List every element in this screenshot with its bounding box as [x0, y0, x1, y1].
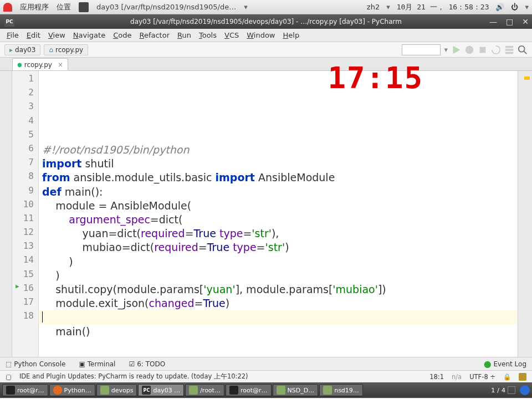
code-line[interactable]: def main():: [42, 185, 514, 199]
tab-rcopy[interactable]: ● rcopy.py ×: [12, 58, 68, 70]
breadcrumb-file[interactable]: ⌂rcopy.py: [44, 44, 88, 55]
code-line[interactable]: mubiao=dict(required=True type='str'): [42, 241, 514, 254]
workspace-pager[interactable]: 1/4: [491, 386, 515, 394]
line-gutter[interactable]: 123456789101112131415161718: [12, 71, 39, 357]
taskbar-item[interactable]: Python…: [49, 384, 95, 396]
taskbar-item-label: Python…: [64, 387, 91, 394]
menu-run[interactable]: Run: [174, 30, 195, 40]
svg-rect-3: [505, 49, 513, 51]
maximize-button[interactable]: □: [506, 17, 513, 26]
right-tool-strip[interactable]: [518, 71, 532, 357]
stop-button-icon[interactable]: [478, 45, 488, 55]
code-line[interactable]: main(): [42, 325, 514, 339]
run-config-dropdown[interactable]: [402, 44, 441, 55]
breadcrumb-folder[interactable]: ▸day03: [4, 44, 40, 55]
menu-file[interactable]: File: [3, 30, 22, 40]
status-bar: ▢ IDE and Plugin Updates: PyCharm is rea…: [0, 370, 532, 382]
code-line[interactable]: argument_spec=dict(: [42, 213, 514, 227]
code-line[interactable]: shutil.copy(module.params['yuan'], modul…: [42, 283, 514, 296]
fold-icon: [323, 386, 332, 395]
terminal-tab[interactable]: ▣Terminal: [79, 360, 115, 368]
active-window-hint: day03 [/var/ftp/nsd2019/nsd1905/de…: [96, 3, 236, 11]
taskbar-item-label: day03 …: [153, 387, 180, 394]
file-encoding[interactable]: UTF-8 ÷: [469, 373, 495, 381]
taskbar-item-label: nsd19…: [334, 387, 359, 394]
code-line[interactable]: from ansible.module_utils.basic import A…: [42, 171, 514, 185]
term-icon: [6, 386, 15, 395]
python-console-tab[interactable]: ⬚Python Console: [6, 360, 65, 368]
code-line[interactable]: yuan=dict(required=True type='str'),: [42, 227, 514, 241]
svg-rect-1: [480, 47, 486, 53]
editor-tabs: ● rcopy.py ×: [0, 58, 532, 71]
debug-button-icon[interactable]: [464, 45, 474, 55]
taskbar-item[interactable]: nsd19…: [319, 384, 363, 396]
ime-indicator[interactable]: zh2: [367, 3, 380, 11]
tab-close-icon[interactable]: ×: [54, 61, 63, 69]
bottom-tool-tabs: ⬚Python Console ▣Terminal ☑6: TODO ⬤Even…: [0, 357, 532, 370]
code-line[interactable]: ): [42, 269, 514, 283]
fold-icon: [189, 386, 198, 395]
navigation-toolbar: ▸day03 ⌂rcopy.py ▾: [0, 42, 532, 58]
fold-icon: [277, 386, 285, 395]
current-line-highlight: [39, 310, 518, 324]
left-tool-strip[interactable]: [0, 71, 12, 357]
run-button-icon[interactable]: [451, 45, 461, 55]
event-log-tab[interactable]: ⬤Event Log: [484, 360, 526, 368]
taskbar-item[interactable]: NSD_D…: [273, 384, 319, 396]
distro-icon: [3, 3, 12, 12]
system-clock[interactable]: 10月 21 一， 16：58：23: [397, 2, 489, 12]
menu-help[interactable]: Help: [280, 30, 303, 40]
caret-position[interactable]: 18:1: [429, 373, 444, 381]
pycharm-tray-icon[interactable]: [79, 2, 89, 12]
close-button[interactable]: ✕: [522, 17, 529, 26]
menu-view[interactable]: View: [45, 30, 69, 40]
menu-navigate[interactable]: Navigate: [70, 30, 109, 40]
overlay-clock: 17:15: [328, 71, 423, 85]
text-caret: [42, 311, 43, 323]
line-sep[interactable]: n/a: [452, 373, 462, 381]
svg-rect-2: [505, 45, 513, 48]
taskbar-item[interactable]: root@r…: [2, 384, 48, 396]
taskbar-item[interactable]: PCday03 …: [138, 384, 184, 396]
inspection-mark[interactable]: [524, 76, 530, 80]
status-message[interactable]: IDE and Plugin Updates: PyCharm is ready…: [19, 372, 248, 381]
editor-area: 123456789101112131415161718 17:15 #!/roo…: [0, 71, 532, 357]
taskbar-item-label: NSD_D…: [288, 387, 315, 394]
code-line[interactable]: module.exit_json(changed=True): [42, 296, 514, 310]
lock-icon[interactable]: 🔒: [503, 373, 511, 381]
svg-line-6: [524, 50, 526, 53]
taskbar-item-label: root@r…: [241, 387, 268, 394]
minimize-button[interactable]: —: [489, 17, 497, 26]
menu-code[interactable]: Code: [110, 30, 135, 40]
menu-window[interactable]: Window: [243, 30, 278, 40]
search-icon[interactable]: [518, 45, 528, 55]
code-line[interactable]: module = AnsibleModule(: [42, 199, 514, 213]
taskbar-item[interactable]: devops: [96, 384, 137, 396]
menu-tools[interactable]: Tools: [196, 30, 220, 40]
structure-button-icon[interactable]: [504, 45, 514, 55]
main-menu: FileEditViewNavigateCodeRefactorRunTools…: [0, 29, 532, 42]
apps-menu[interactable]: 应用程序: [20, 2, 49, 12]
code-line[interactable]: #!/root/nsd1905/bin/python: [42, 143, 514, 157]
todo-tab[interactable]: ☑6: TODO: [129, 360, 165, 368]
taskbar-item[interactable]: root@r…: [226, 384, 272, 396]
power-icon[interactable]: ⏻: [511, 3, 518, 11]
term-icon: [229, 386, 238, 395]
code-line[interactable]: import shutil: [42, 157, 514, 171]
code-editor[interactable]: 17:15 #!/root/nsd1905/bin/pythonimport s…: [39, 71, 518, 357]
system-panel: 应用程序 位置 day03 [/var/ftp/nsd2019/nsd1905/…: [0, 0, 532, 14]
taskbar-item[interactable]: /root…: [185, 384, 224, 396]
update-button-icon[interactable]: [491, 45, 501, 55]
notification-icon[interactable]: [520, 385, 530, 395]
code-line[interactable]: ): [42, 255, 514, 269]
pc-icon: PC: [142, 386, 151, 395]
places-menu[interactable]: 位置: [57, 2, 71, 12]
volume-icon[interactable]: 🔊: [495, 3, 504, 11]
menu-refactor[interactable]: Refactor: [136, 30, 173, 40]
hector-icon[interactable]: [519, 373, 526, 381]
menu-edit[interactable]: Edit: [23, 30, 44, 40]
menu-vcs[interactable]: VCS: [221, 30, 242, 40]
fold-icon: [100, 386, 109, 395]
taskbar-item-label: root@r…: [17, 387, 44, 394]
taskbar-item-label: /root…: [200, 387, 221, 394]
